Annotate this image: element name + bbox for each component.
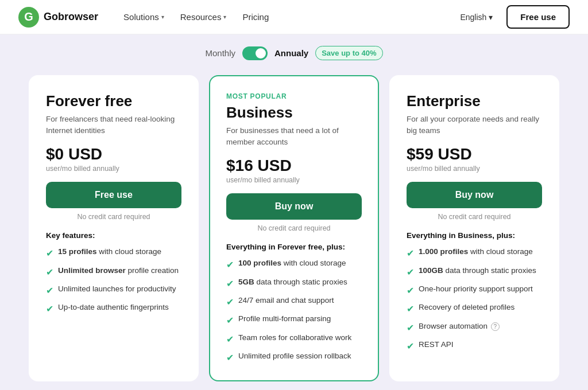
free-use-cta-button[interactable]: Free use [46, 182, 181, 208]
check-icon: ✔ [407, 284, 414, 297]
free-use-button[interactable]: Free use [506, 5, 570, 29]
list-item: ✔ Browser automation ? [407, 321, 542, 334]
logo-icon: G [18, 7, 39, 28]
chevron-down-icon: ▾ [223, 14, 226, 20]
help-icon[interactable]: ? [491, 322, 500, 331]
plan-price: $16 USD [226, 157, 362, 175]
list-item: ✔ Up-to-date authentic fingerprints [46, 302, 181, 315]
feature-list: ✔ 15 profiles with cloud storage ✔ Unlim… [46, 247, 181, 316]
pricing-cards: Forever free For freelancers that need r… [0, 69, 588, 390]
check-icon: ✔ [226, 352, 234, 364]
check-icon: ✔ [46, 266, 53, 279]
list-item: ✔ Recovery of deleted profiles [407, 302, 542, 315]
plan-card-forever-free: Forever free For freelancers that need r… [29, 75, 199, 381]
save-badge: Save up to 40% [315, 46, 382, 60]
chevron-down-icon: ▾ [489, 13, 493, 22]
plan-price: $59 USD [407, 145, 542, 163]
list-item: ✔ One-hour priority support support [407, 284, 542, 297]
check-icon: ✔ [407, 340, 414, 353]
check-icon: ✔ [226, 314, 234, 327]
list-item: ✔ 1.000 profiles with cloud storage [407, 247, 542, 260]
plan-name: Enterprise [407, 92, 542, 110]
list-item: ✔ Unlimited browser profile creation [46, 266, 181, 279]
check-icon: ✔ [46, 247, 53, 260]
annually-label: Annualy [274, 48, 308, 58]
check-icon: ✔ [407, 266, 414, 279]
check-icon: ✔ [46, 284, 53, 297]
toggle-knob [256, 48, 266, 58]
navbar: G Gobrowser Solutions ▾ Resources ▾ Pric… [0, 0, 588, 34]
feature-list: ✔ 1.000 profiles with cloud storage ✔ 10… [407, 247, 542, 353]
no-credit-card-note: No credit card required [46, 213, 181, 221]
check-icon: ✔ [226, 333, 234, 346]
nav-resources[interactable]: Resources ▾ [173, 7, 234, 26]
features-label: Key features: [46, 231, 181, 240]
buy-now-enterprise-cta-button[interactable]: Buy now [407, 182, 542, 208]
list-item: ✔ REST API [407, 340, 542, 353]
list-item: ✔ Unlimited launches for productivity [46, 284, 181, 297]
chevron-down-icon: ▾ [161, 14, 164, 20]
check-icon: ✔ [226, 296, 234, 309]
plan-name: Forever free [46, 92, 181, 110]
billing-toggle[interactable] [242, 46, 268, 60]
nav-solutions[interactable]: Solutions ▾ [117, 7, 171, 26]
logo-text: Gobrowser [44, 11, 98, 23]
plan-name: Business [226, 104, 362, 122]
svg-text:G: G [24, 10, 33, 23]
plan-price: $0 USD [46, 145, 181, 163]
nav-right: English ▾ Free use [453, 5, 570, 29]
list-item: ✔ 15 profiles with cloud storage [46, 247, 181, 260]
plan-description: For freelancers that need real-looking I… [46, 114, 181, 136]
features-label: Everything in Business, plus: [407, 231, 542, 240]
nav-links: Solutions ▾ Resources ▾ Pricing [117, 7, 453, 26]
list-item: ✔ 100GB data through static proxies [407, 266, 542, 279]
list-item: ✔ 24/7 email and chat support [226, 295, 362, 309]
plan-description: For businesses that need a lot of member… [226, 125, 362, 147]
list-item: ✔ Team roles for collaborative work [226, 333, 362, 346]
feature-list: ✔ 100 profiles with cloud storage ✔ 5GB … [226, 258, 362, 364]
list-item: ✔ 5GB data through static proxies [226, 277, 362, 290]
most-popular-badge: MOST POPULAR [226, 92, 362, 100]
check-icon: ✔ [407, 303, 414, 315]
no-credit-card-note: No credit card required [407, 213, 542, 221]
plan-billing-note: user/mo billed annually [46, 165, 181, 173]
features-label: Everything in Forever free, plus: [226, 243, 362, 251]
plan-description: For all your corporate needs and really … [407, 114, 542, 136]
nav-pricing[interactable]: Pricing [235, 7, 276, 26]
no-credit-card-note: No credit card required [226, 224, 362, 232]
language-selector[interactable]: English ▾ [453, 8, 500, 26]
check-icon: ✔ [46, 303, 53, 315]
plan-billing-note: user/mo billed annually [226, 176, 362, 184]
buy-now-cta-button[interactable]: Buy now [226, 193, 362, 220]
logo[interactable]: G Gobrowser [18, 7, 98, 28]
check-icon: ✔ [407, 322, 414, 334]
monthly-label: Monthly [205, 48, 235, 58]
billing-toggle-section: Monthly Annualy Save up to 40% [0, 34, 588, 69]
plan-card-business: MOST POPULAR Business For businesses tha… [209, 75, 379, 381]
plan-card-enterprise: Enterprise For all your corporate needs … [389, 75, 559, 381]
plan-billing-note: user/mo billed annually [407, 165, 542, 173]
list-item: ✔ Profile multi-format parsing [226, 314, 362, 327]
check-icon: ✔ [226, 259, 234, 271]
check-icon: ✔ [226, 278, 234, 290]
list-item: ✔ Unlimited profile session rollback [226, 351, 362, 364]
list-item: ✔ 100 profiles with cloud storage [226, 258, 362, 271]
check-icon: ✔ [407, 247, 414, 260]
